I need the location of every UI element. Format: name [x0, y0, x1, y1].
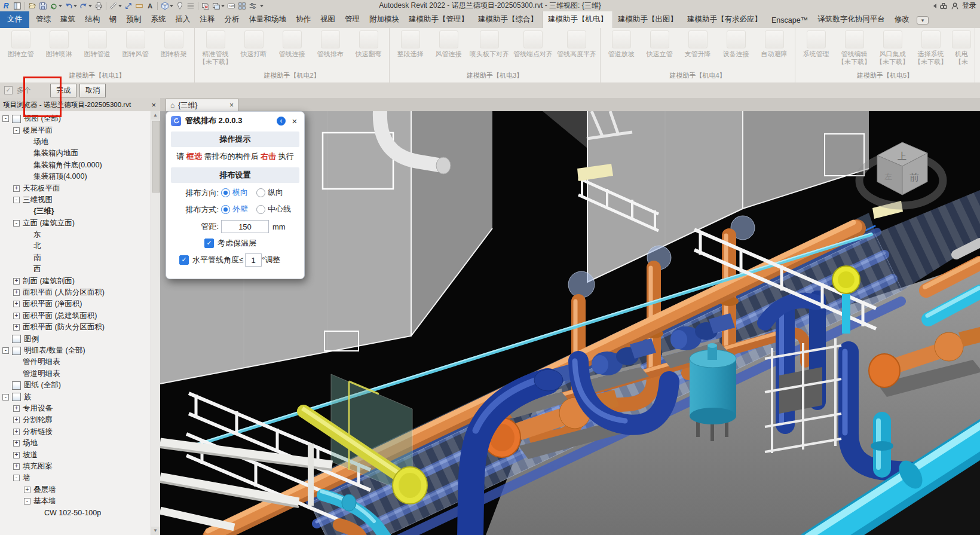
tree-item-北[interactable]: 北: [0, 240, 160, 252]
ribbon-tab-管综[interactable]: 管综: [31, 11, 56, 28]
ribbon-tab-协作[interactable]: 协作: [291, 11, 316, 28]
section-icon[interactable]: [174, 1, 185, 11]
collapse-toggle[interactable]: -: [2, 347, 9, 354]
tree-item-剖面 (建筑剖面)[interactable]: +剖面 (建筑剖面): [0, 275, 160, 286]
tree-item-分析链接[interactable]: +分析链接: [0, 426, 160, 438]
ribbon-tab-插入[interactable]: 插入: [171, 11, 195, 28]
tree-item-管件明细表[interactable]: 管件明细表: [0, 356, 160, 368]
tree-item-CW 102-50-100p[interactable]: CW 102-50-100p: [0, 507, 160, 518]
ribbon-button-快速打断[interactable]: 快速打断: [235, 30, 272, 58]
ribbon-button-支管升降[interactable]: 支管升降: [679, 30, 716, 58]
ribbon-button-风管连接[interactable]: 风管连接: [430, 30, 467, 58]
view-tab-close-icon[interactable]: ×: [229, 101, 234, 109]
dialog-close-button[interactable]: ×: [290, 117, 299, 126]
tree-item-叠层墙[interactable]: +叠层墙: [0, 484, 160, 496]
ribbon-tab-建筑[interactable]: 建筑: [56, 11, 80, 28]
thin-lines-icon[interactable]: [185, 1, 196, 11]
switch-windows-icon[interactable]: [211, 1, 226, 11]
tree-item-集装箱角件底(0.000)[interactable]: 集装箱角件底(0.000): [0, 160, 160, 171]
pipeline-arrange-dialog[interactable]: 管线排布 2.0.0.3 ‹ × 操作提示 请 框选 需排布的构件后 右击 执行…: [166, 111, 305, 279]
print-icon[interactable]: [93, 1, 104, 11]
ribbon-button-管道放坡[interactable]: 管道放坡: [602, 30, 640, 58]
collapse-toggle[interactable]: -: [13, 475, 20, 481]
tree-item-分割轮廓[interactable]: +分割轮廓: [0, 414, 160, 426]
ribbon-tab-注释[interactable]: 注释: [195, 11, 220, 28]
expand-toggle[interactable]: +: [13, 405, 20, 412]
multiple-checkbox[interactable]: ✓: [4, 86, 13, 94]
tree-item-东[interactable]: 东: [0, 229, 160, 240]
radio-option-中心线[interactable]: 中心线: [256, 204, 291, 215]
ribbon-button-管线编辑[interactable]: 管线编辑【未下载】: [835, 30, 873, 66]
ribbon-tab-系统[interactable]: 系统: [146, 11, 171, 28]
radio-option-纵向[interactable]: 纵向: [256, 187, 283, 198]
ribbon-tab-建模助手【有求必应】[interactable]: 建模助手【有求必应】: [682, 11, 767, 28]
ribbon-button-系统管理[interactable]: 系统管理: [797, 30, 835, 58]
open-icon[interactable]: [27, 1, 38, 11]
ribbon-tab-译筑数字化协同平台[interactable]: 译筑数字化协同平台: [813, 11, 890, 28]
angle-input[interactable]: [245, 253, 262, 267]
scrollbar-thumb[interactable]: [152, 121, 160, 192]
ribbon-button-管线高度平齐[interactable]: 管线高度平齐: [555, 30, 598, 58]
ribbon-button-管线连接[interactable]: 管线连接: [273, 30, 311, 58]
collapse-search-icon[interactable]: [933, 4, 936, 8]
undo-icon[interactable]: [63, 1, 78, 11]
ribbon-button-设备连接[interactable]: 设备连接: [717, 30, 755, 58]
tree-item-{三维}[interactable]: {三维}: [0, 206, 160, 217]
redo-icon[interactable]: [78, 1, 93, 11]
save-icon[interactable]: [38, 1, 48, 11]
ribbon-button-图转风管[interactable]: 图转风管: [117, 30, 154, 58]
collapse-toggle[interactable]: -: [13, 197, 20, 203]
ribbon-button-图转立管[interactable]: 图转立管: [2, 30, 39, 58]
tree-item-三维视图[interactable]: -三维视图: [0, 194, 160, 206]
customize-qat-caret[interactable]: [258, 1, 265, 11]
ribbon-button-机电[interactable]: 机电【未: [950, 30, 973, 66]
tree-item-视图 (全部)[interactable]: -视图 (全部): [0, 113, 160, 124]
tile-views-icon[interactable]: [237, 1, 247, 11]
ribbon-button-喷头板下对齐[interactable]: 喷头板下对齐: [468, 30, 511, 58]
collapse-toggle[interactable]: -: [2, 115, 9, 122]
ribbon-tab-建模助手【管理】[interactable]: 建模助手【管理】: [404, 11, 473, 28]
sync-with-central-icon[interactable]: [48, 1, 63, 11]
tree-item-楼层平面[interactable]: -楼层平面: [0, 124, 160, 136]
expand-toggle[interactable]: +: [13, 185, 20, 192]
browser-scrollbar[interactable]: ▲ ▼: [151, 111, 160, 535]
expand-toggle[interactable]: +: [13, 429, 20, 435]
ribbon-tab-建模助手【机电】[interactable]: 建模助手【机电】: [543, 11, 613, 28]
ribbon-button-图转桥架[interactable]: 图转桥架: [155, 30, 192, 58]
radio-circle[interactable]: [221, 188, 230, 197]
ribbon-tab-文件[interactable]: 文件: [0, 11, 29, 28]
tree-item-西[interactable]: 西: [0, 264, 160, 275]
login-button[interactable]: 登录: [962, 1, 976, 11]
revit-application-menu[interactable]: [1, 1, 12, 11]
scroll-up-icon[interactable]: ▲: [151, 111, 160, 120]
user-account-icon[interactable]: [951, 2, 959, 10]
ribbon-tab-预制[interactable]: 预制: [122, 11, 146, 28]
ribbon-tab-Enscape™[interactable]: Enscape™: [767, 13, 813, 28]
tree-item-集装箱顶(4.000)[interactable]: 集装箱顶(4.000): [0, 171, 160, 182]
ribbon-button-管线排布[interactable]: 管线排布: [311, 30, 349, 58]
expand-toggle[interactable]: +: [13, 313, 20, 319]
tree-item-族[interactable]: -族: [0, 391, 160, 402]
expand-toggle[interactable]: +: [13, 417, 20, 423]
tree-item-填充图案[interactable]: +填充图案: [0, 461, 160, 472]
tree-item-场地[interactable]: 场地: [0, 136, 160, 148]
default-3d-view-icon[interactable]: [160, 1, 174, 11]
tree-item-墙[interactable]: -墙: [0, 472, 160, 484]
tree-item-专用设备[interactable]: +专用设备: [0, 403, 160, 414]
expand-toggle[interactable]: +: [13, 289, 20, 296]
expand-toggle[interactable]: +: [13, 324, 20, 331]
expand-toggle[interactable]: +: [24, 487, 30, 493]
tab-views-icon[interactable]: [226, 1, 237, 11]
ribbon-tab-建模助手【出图】[interactable]: 建模助手【出图】: [613, 11, 682, 28]
ribbon-button-精准管线[interactable]: 精准管线【未下载】: [197, 30, 234, 66]
collapse-toggle[interactable]: -: [13, 220, 20, 227]
expand-toggle[interactable]: +: [13, 463, 20, 470]
ribbon-tab-体量和场地[interactable]: 体量和场地: [244, 11, 292, 28]
view-tab-3d[interactable]: ⌂ {三维} ×: [166, 99, 238, 111]
ribbon-button-图转管道[interactable]: 图转管道: [78, 30, 116, 58]
ribbon-button-整段选择[interactable]: 整段选择: [391, 30, 429, 58]
ribbon-state-toggle[interactable]: ▾: [917, 16, 929, 25]
ribbon-tab-建模助手【综合】[interactable]: 建模助手【综合】: [473, 11, 543, 28]
expand-toggle[interactable]: +: [13, 301, 20, 307]
tree-item-南[interactable]: 南: [0, 252, 160, 264]
